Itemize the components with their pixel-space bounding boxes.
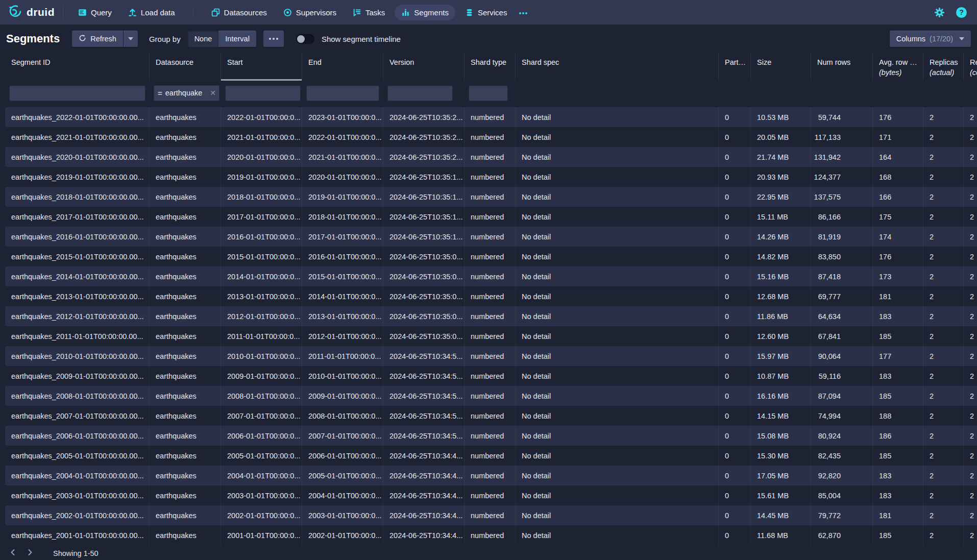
cell-ds: earthquakes <box>150 127 221 147</box>
column-header-start[interactable]: Start <box>221 53 302 81</box>
table-row[interactable]: earthquakes_2013-01-01T00:00:00.00...ear… <box>5 286 977 306</box>
cell-size: 21.74 MB <box>751 147 811 167</box>
segment-timeline-toggle[interactable] <box>296 34 314 44</box>
nav-item-load-data[interactable]: Load data <box>121 5 182 20</box>
cell-id: earthquakes_2013-01-01T00:00:00.00... <box>5 286 150 306</box>
cell-num_rows: 131,942 <box>811 147 873 167</box>
cell-num_rows: 86,166 <box>811 207 873 227</box>
cell-rf: 2 <box>964 127 977 147</box>
cell-replicas: 2 <box>923 406 964 426</box>
nav-item-supervisors[interactable]: Supervisors <box>277 5 343 20</box>
table-row[interactable]: earthquakes_2004-01-01T00:00:00.00...ear… <box>5 466 977 485</box>
column-header-shard_type[interactable]: Shard type <box>465 53 516 81</box>
cell-rf: 2 <box>964 286 977 306</box>
cell-ds: earthquakes <box>150 227 221 247</box>
next-page-button[interactable] <box>22 547 38 559</box>
nav-item-segments[interactable]: Segments <box>395 5 455 20</box>
prev-page-button[interactable] <box>5 547 20 559</box>
nav-item-query[interactable]: Query <box>71 5 118 20</box>
cell-rf: 2 <box>964 406 977 426</box>
end-filter-input[interactable] <box>306 85 379 101</box>
nav-item-services[interactable]: Services <box>458 5 514 20</box>
column-header-ds[interactable]: Datasource <box>150 53 221 81</box>
help-icon[interactable]: ? <box>956 7 967 18</box>
cell-ds: earthquakes <box>150 266 221 286</box>
table-row[interactable]: earthquakes_2010-01-01T00:00:00.00...ear… <box>5 346 977 366</box>
druid-logo[interactable]: druid <box>7 4 55 21</box>
table-row[interactable]: earthquakes_2022-01-01T00:00:00.00...ear… <box>5 107 977 127</box>
nav-item-label: Supervisors <box>296 8 336 17</box>
id-filter-input[interactable] <box>9 85 145 101</box>
nav-overflow-button[interactable] <box>514 4 533 20</box>
columns-button[interactable]: Columns (17/20) <box>890 31 971 47</box>
cell-partition: 0 <box>719 346 751 366</box>
filter-cell-num_rows <box>811 81 873 105</box>
more-icon <box>269 38 278 40</box>
refresh-dropdown-button[interactable] <box>124 31 138 47</box>
table-row[interactable]: earthquakes_2008-01-01T00:00:00.00...ear… <box>5 386 977 406</box>
table-row[interactable]: earthquakes_2001-01-01T00:00:00.00...ear… <box>5 525 977 545</box>
table-row[interactable]: earthquakes_2011-01-01T00:00:00.00...ear… <box>5 326 977 346</box>
cell-shard_spec: No detail <box>516 107 719 127</box>
cell-partition: 0 <box>719 406 751 426</box>
table-row[interactable]: earthquakes_2020-01-01T00:00:00.00...ear… <box>5 147 977 167</box>
table-row[interactable]: earthquakes_2002-01-01T00:00:00.00...ear… <box>5 505 977 525</box>
cell-num_rows: 80,924 <box>811 426 873 446</box>
cell-rf: 2 <box>964 227 977 247</box>
column-header-replicas[interactable]: Replicas(actual) <box>923 53 964 81</box>
column-header-shard_spec[interactable]: Shard spec <box>516 53 719 81</box>
cell-shard_type: numbered <box>465 247 516 266</box>
nav-item-label: Datasources <box>224 8 267 17</box>
remove-filter-icon[interactable]: ✕ <box>208 89 217 97</box>
table-row[interactable]: earthquakes_2018-01-01T00:00:00.00...ear… <box>5 187 977 207</box>
cell-partition: 0 <box>719 187 751 207</box>
start-filter-input[interactable] <box>225 85 301 101</box>
cell-shard_spec: No detail <box>516 167 719 187</box>
column-header-num_rows[interactable]: Num rows <box>811 53 873 81</box>
column-header-version[interactable]: Version <box>383 53 465 81</box>
datasource-filter-chip[interactable]: =earthquake✕ <box>154 85 219 101</box>
table-row[interactable]: earthquakes_2016-01-01T00:00:00.00...ear… <box>5 227 977 247</box>
table-row[interactable]: earthquakes_2021-01-01T00:00:00.00...ear… <box>5 127 977 147</box>
table-row[interactable]: earthquakes_2012-01-01T00:00:00.00...ear… <box>5 306 977 326</box>
equals-filter-icon: = <box>158 89 162 98</box>
table-row[interactable]: earthquakes_2014-01-01T00:00:00.00...ear… <box>5 266 977 286</box>
cell-start: 2002-01-01T00:00:0... <box>221 505 302 525</box>
column-header-rf[interactable]: Replication factor(configured) <box>964 53 977 81</box>
table-row[interactable]: earthquakes_2003-01-01T00:00:00.00...ear… <box>5 485 977 505</box>
cell-start: 2018-01-01T00:00:0... <box>221 187 302 207</box>
column-header-end[interactable]: End <box>302 53 383 81</box>
table-row[interactable]: earthquakes_2017-01-01T00:00:00.00...ear… <box>5 207 977 227</box>
nav-item-label: Tasks <box>365 8 385 17</box>
cell-num_rows: 85,004 <box>811 485 873 505</box>
table-row[interactable]: earthquakes_2007-01-01T00:00:00.00...ear… <box>5 406 977 426</box>
version-filter-input[interactable] <box>387 85 453 101</box>
shard_type-filter-input[interactable] <box>469 85 508 101</box>
group-by-interval-button[interactable]: Interval <box>218 31 256 47</box>
table-row[interactable]: earthquakes_2006-01-01T00:00:00.00...ear… <box>5 426 977 446</box>
table-body: earthquakes_2022-01-01T00:00:00.00...ear… <box>5 105 977 545</box>
table-row[interactable]: earthquakes_2005-01-01T00:00:00.00...ear… <box>5 446 977 466</box>
filter-cell-ds: =earthquake✕ <box>150 81 221 105</box>
column-header-partition[interactable]: Partition <box>719 53 751 81</box>
table-row[interactable]: earthquakes_2019-01-01T00:00:00.00...ear… <box>5 167 977 187</box>
cell-size: 16.16 MB <box>751 386 811 406</box>
table-row[interactable]: earthquakes_2009-01-01T00:00:00.00...ear… <box>5 366 977 386</box>
table-filter-row: =earthquake✕ <box>5 81 977 105</box>
cell-start: 2016-01-01T00:00:0... <box>221 227 302 247</box>
nav-item-datasources[interactable]: Datasources <box>205 5 274 20</box>
column-header-size[interactable]: Size <box>751 53 811 81</box>
cell-partition: 0 <box>719 286 751 306</box>
refresh-button[interactable]: Refresh <box>72 31 123 47</box>
group-by-none-button[interactable]: None <box>188 31 219 47</box>
cell-end: 2008-01-01T00:00:0... <box>302 406 383 426</box>
nav-item-label: Segments <box>414 8 449 17</box>
column-header-id[interactable]: Segment ID <box>5 53 150 81</box>
nav-item-tasks[interactable]: Tasks <box>346 5 392 20</box>
cell-num_rows: 59,116 <box>811 366 873 386</box>
settings-gear-icon[interactable] <box>934 7 945 18</box>
column-header-avg[interactable]: Avg. row size(bytes) <box>873 53 923 81</box>
table-row[interactable]: earthquakes_2015-01-01T00:00:00.00...ear… <box>5 247 977 266</box>
nav-divider <box>193 7 193 18</box>
more-options-button[interactable] <box>263 31 284 47</box>
